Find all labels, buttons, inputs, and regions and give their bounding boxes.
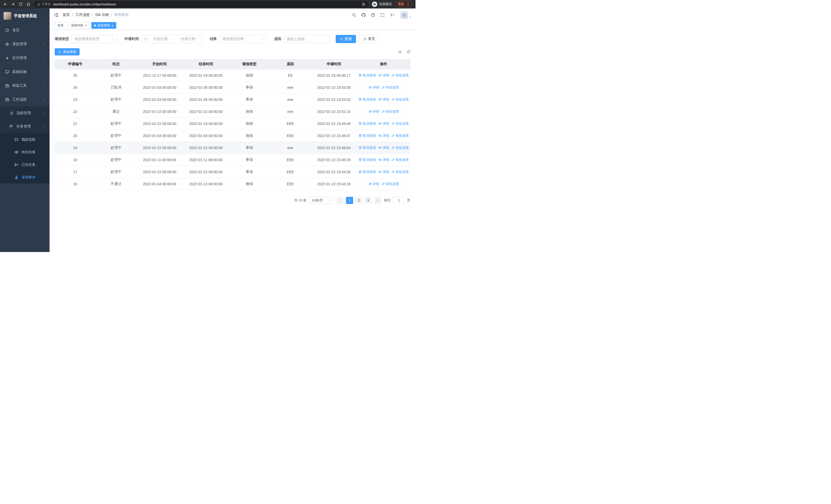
reset-button[interactable]: 重置 — [359, 35, 379, 43]
table-refresh-icon[interactable] — [406, 50, 410, 54]
collapse-menu-icon[interactable] — [54, 12, 58, 18]
search-icon — [340, 37, 343, 41]
page-button-3[interactable]: 3 — [365, 197, 372, 204]
close-tab-icon[interactable]: × — [112, 24, 114, 27]
reload-icon[interactable] — [19, 2, 23, 6]
action-cancel[interactable]: 取消请假 — [359, 97, 376, 102]
breadcrumb-item[interactable]: 工作流程 — [76, 12, 90, 17]
action-progress[interactable]: 审批进度 — [382, 109, 399, 114]
table-row[interactable]: 21处理中2022-01-22 00:00:002022-01-23 00:00… — [55, 118, 410, 129]
action-cancel[interactable]: 取消请假 — [359, 121, 376, 126]
action-progress[interactable]: 审批进度 — [391, 157, 409, 162]
action-progress[interactable]: 审批进度 — [391, 121, 409, 126]
action-progress[interactable]: 审批进度 — [391, 97, 409, 102]
action-detail[interactable]: 详情 — [378, 157, 389, 162]
result-placeholder: 请选择流结果 — [222, 37, 244, 41]
sidebar-item-done-tasks[interactable]: 已办任务 — [0, 158, 50, 171]
tab-home[interactable]: 首页 — [55, 22, 66, 29]
forward-icon[interactable] — [11, 2, 15, 6]
action-detail[interactable]: 详情 — [378, 121, 389, 126]
action-cancel[interactable]: 取消请假 — [359, 157, 376, 162]
action-progress[interactable]: 审批进度 — [391, 73, 409, 78]
next-page-button[interactable] — [374, 197, 381, 204]
table-row[interactable]: 16不通过2022-01-04 00:00:002022-01-13 00:00… — [55, 178, 410, 190]
table-row[interactable]: 23处理中2022-01-03 00:00:002022-01-26 00:00… — [55, 93, 410, 106]
sidebar-item-infrastructure[interactable]: 基础设施 — [0, 65, 50, 79]
sidebar-item-process-management[interactable]: 流程管理 — [0, 107, 50, 120]
table-row[interactable]: 22通过2022-01-22 00:00:002022-01-22 00:00:… — [55, 106, 410, 118]
action-detail[interactable]: 详情 — [369, 85, 379, 90]
sidebar-item-task-management[interactable]: 任务管理 — [0, 120, 50, 133]
action-detail[interactable]: 详情 — [378, 134, 389, 138]
prev-page-button[interactable] — [336, 197, 343, 204]
user-menu[interactable] — [400, 11, 411, 19]
page-button-1[interactable]: 1 — [346, 197, 353, 204]
action-progress[interactable]: 审批进度 — [391, 170, 409, 174]
table-row[interactable]: 20处理中2022-01-04 00:00:002022-01-04 00:00… — [55, 129, 410, 142]
cell-start: 2022-01-22 00:00:00 — [137, 106, 183, 118]
row-actions: 详情审批进度 — [357, 85, 410, 90]
close-tab-icon[interactable]: × — [85, 24, 87, 27]
total-count: 共 23 条 — [294, 198, 307, 203]
sidebar-item-label: 工作流程 — [12, 97, 39, 102]
logo[interactable]: 芋道管理系统 — [0, 8, 50, 23]
browser-home-icon[interactable] — [26, 2, 31, 6]
breadcrumb-item[interactable]: OA 示例 — [95, 12, 109, 17]
action-progress[interactable]: 审批进度 — [382, 85, 399, 90]
toggle-search-icon[interactable] — [398, 50, 402, 54]
page-button-2[interactable]: 2 — [355, 197, 362, 204]
action-detail[interactable]: 详情 — [378, 146, 389, 150]
create-leave-button[interactable]: 发起请假 — [55, 48, 80, 55]
action-cancel[interactable]: 取消请假 — [359, 134, 376, 138]
sidebar-item-leave-query[interactable]: 请假查询 — [0, 171, 50, 183]
sidebar-item-dev-tools[interactable]: 研发工具 — [0, 79, 50, 93]
update-chip[interactable]: 更新 — [395, 1, 412, 7]
breadcrumb-item[interactable]: 首页 — [63, 12, 70, 17]
github-icon[interactable] — [361, 13, 366, 17]
cell-start: 2022-01-03 00:00:00 — [137, 93, 183, 106]
goto-page-input[interactable] — [393, 197, 404, 204]
action-detail[interactable]: 详情 — [369, 182, 379, 186]
table-row[interactable]: 18处理中2022-01-11 00:00:002022-01-11 00:00… — [55, 154, 410, 166]
action-detail[interactable]: 详情 — [369, 109, 379, 114]
action-cancel[interactable]: 取消请假 — [359, 170, 376, 174]
browser-menu-icon[interactable] — [406, 3, 410, 6]
action-cancel[interactable]: 取消请假 — [359, 73, 376, 78]
search-button[interactable]: 搜索 — [336, 35, 356, 43]
reason-input[interactable] — [287, 37, 327, 41]
fullscreen-icon[interactable] — [380, 13, 385, 17]
sidebar-item-home[interactable]: 首页 — [0, 23, 50, 37]
sidebar-item-my-process[interactable]: 我的流程 — [0, 133, 50, 146]
action-progress[interactable]: 审批进度 — [391, 146, 409, 150]
sidebar-item-todo-tasks[interactable]: 待办任务 — [0, 146, 50, 158]
cell-reason: eee — [270, 93, 311, 106]
security-warning[interactable]: 不安全 — [37, 2, 51, 6]
action-progress[interactable]: 审批进度 — [382, 182, 399, 186]
table-row[interactable]: 19处理中2022-01-22 00:00:002022-01-22 00:00… — [55, 142, 410, 154]
table-row[interactable]: 25处理中2021-12-27 00:00:002022-01-19 00:00… — [55, 69, 410, 81]
help-icon[interactable] — [371, 13, 375, 17]
bookmark-star-icon[interactable] — [362, 2, 366, 6]
page-size-select[interactable]: 10条/页 — [309, 197, 334, 204]
action-cancel[interactable]: 取消请假 — [359, 146, 376, 150]
action-detail[interactable]: 详情 — [378, 97, 389, 102]
action-detail[interactable]: 详情 — [378, 73, 389, 78]
back-icon[interactable] — [3, 2, 7, 6]
font-size-icon[interactable]: TT — [390, 12, 395, 17]
tab-process-detail[interactable]: 流程详情× — [68, 22, 90, 29]
result-select[interactable]: 请选择流结果 — [220, 35, 267, 43]
action-progress[interactable]: 审批进度 — [391, 134, 409, 138]
cell-type: 病假 — [229, 129, 270, 142]
table-row[interactable]: 17处理中2022-01-22 00:00:002022-01-22 00:00… — [55, 166, 410, 178]
cell-start: 2022-01-22 00:00:00 — [137, 142, 183, 154]
search-icon[interactable] — [352, 13, 356, 17]
action-detail[interactable]: 详情 — [378, 170, 389, 174]
sidebar-item-payment-management[interactable]: ¥支付管理 — [0, 51, 50, 65]
leave-type-select[interactable]: 请选择请假类型 — [71, 35, 117, 43]
sidebar-item-system-management[interactable]: 系统管理 — [0, 37, 50, 51]
sidebar-item-workflow[interactable]: 工作流程 — [0, 93, 50, 107]
apply-time-range-picker[interactable]: 开始日期 - 结束日期 — [141, 35, 202, 43]
tab-leave-query[interactable]: 请假查询× — [91, 22, 116, 29]
table-row[interactable]: 24已取消2022-01-03 00:00:002022-01-26 00:00… — [55, 81, 410, 93]
address-bar[interactable]: 不安全 dashboard.yudao.iocoder.cn/bpm/oa/le… — [34, 1, 369, 7]
